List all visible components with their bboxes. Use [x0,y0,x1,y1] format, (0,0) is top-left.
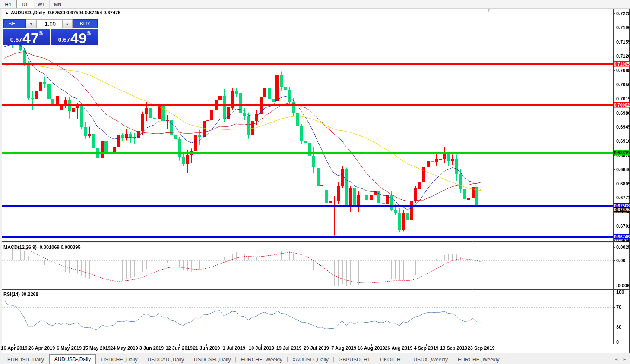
price-axis-tick-label: 0.71200 [616,53,630,59]
bid-price-tag: 0.67475 [614,207,630,213]
rsi-axis-label: 70 [616,304,621,310]
collapse-triangle-icon[interactable]: ▲ [5,11,9,15]
date-axis-label: 26 Apr 2019 [28,345,55,351]
date-axis-label: 7 Aug 2019 [331,345,356,351]
date-axis-label: 15 May 2019 [83,345,111,351]
price-axis-tick-label: 0.69450 [616,124,630,129]
date-axis-label: 16 Apr 2019 [1,345,27,351]
chart-tab-gbpusd-h1[interactable]: GBPUSD-,H1 [334,355,375,364]
rsi-value: 39.2268 [21,292,38,297]
price-axis-tick-label: 0.70850 [616,68,630,73]
price-axis-tick-label: 0.69100 [616,138,630,144]
volume-increase-button[interactable]: ▲ [62,19,73,28]
chart-tab-usdx-weekly[interactable]: USDX-,Weekly [408,355,453,364]
price-level-tag: 0.70002 [614,102,630,107]
trading-platform-window: H4D1W1MN ▲AUDUSD-,Daily 0.67530 0.67594 … [0,0,630,364]
chart-tab-usdcad-daily[interactable]: USDCAD-,Daily [142,355,189,364]
date-axis-label: 13 Sep 2019 [440,345,467,351]
sell-price-panel[interactable]: 0.67 47 5 [3,29,50,45]
buy-price-pip: 5 [87,29,91,37]
date-axis-label: 12 Jun 2019 [165,345,192,351]
chart-symbol-label: AUDUSD-,Daily [11,10,45,15]
price-axis-tick-label: 0.70500 [616,82,630,87]
buy-button[interactable]: BUY [73,19,98,28]
rsi-indicator-label: RSI(14) 39.2268 [3,292,38,297]
chart-tab-xauusd-daily[interactable]: XAUUSD-,Daily [288,355,333,364]
date-axis-label: 6 May 2019 [57,345,82,351]
macd-axis-zero-label: 0.00 [616,258,625,263]
tab-scroll-arrows-icon[interactable]: ◄ ► [614,357,628,361]
price-level-tag: 0.66746 [614,234,630,239]
chart-tab-eurusd-daily[interactable]: EURUSD-,Daily [3,355,49,364]
volume-input[interactable]: 1.00 [36,19,62,28]
sell-price-big: 47 [22,31,39,44]
buy-price-big: 49 [70,31,87,44]
price-axis-tick-label: 0.68400 [616,167,630,172]
timeframe-toolbar: H4D1W1MN [0,0,630,9]
price-axis-tick-label: 0.67710 [616,195,630,200]
date-axis-label: 29 Jul 2019 [304,345,329,351]
chart-title: ▲AUDUSD-,Daily 0.67530 0.67594 0.67454 0… [5,10,120,15]
buy-price-panel[interactable]: 0.67 49 5 [51,29,98,45]
one-click-trading-panel: SELL ▼ 1.00 ▲ BUY 0.67 47 5 0.67 49 5 [3,19,98,45]
price-axis-tick-label: 0.69800 [616,110,630,116]
date-axis-label: 19 Jul 2019 [276,345,302,351]
chart-tab-eurchf-weekly[interactable]: EURCHF-,Weekly [453,355,504,364]
date-axis-label: 24 May 2019 [110,345,138,351]
rsi-axis-label: 100 [616,289,624,295]
price-level-tag: 0.71005 [614,61,630,67]
chart-tab-eurchf-weekly[interactable]: EURCHF-,Weekly [236,355,287,364]
timeframe-button-h4[interactable]: H4 [0,0,16,8]
macd-axis-max-label: 0.002574 [616,245,630,250]
chart-ohlc-values: 0.67530 0.67594 0.67454 0.67475 [48,10,120,15]
macd-axis-min-label: -0.006326 [616,283,630,288]
price-axis-tick-label: 0.71900 [616,25,630,30]
date-axis-label: 1 Jul 2019 [223,345,246,351]
price-axis-tick-label: 0.68050 [616,181,630,186]
chart-tab-audusd-daily[interactable]: AUDUSD-,Daily [49,354,96,364]
date-axis-label: 3 Jun 2019 [139,345,164,351]
macd-values: -0.001069 0.000395 [38,245,80,250]
symbol-tab-bar: EURUSD-,DailyAUDUSD-,DailyUSDCHF-,DailyU… [0,355,630,364]
timeframe-button-mn[interactable]: MN [50,0,66,8]
sell-price-prefix: 0.67 [10,36,22,43]
rsi-axis-label: 30 [616,324,621,329]
timeframe-button-d1[interactable]: D1 [16,0,33,8]
date-axis-label: 23 Sep 2019 [468,345,495,351]
sell-price-pip: 5 [39,29,43,37]
price-level-tag: 0.68819 [614,150,630,155]
date-axis-label: 10 Jul 2019 [249,345,274,351]
rsi-axis-label: 0 [616,339,619,345]
price-axis-tick-label: 0.72250 [616,11,630,16]
timeframe-button-w1[interactable]: W1 [33,0,50,8]
buy-price-prefix: 0.67 [58,36,70,43]
date-axis-label: 21 Jun 2019 [193,345,220,351]
chart-tab-usdchf-daily[interactable]: USDCHF-,Daily [96,355,142,364]
macd-indicator-label: MACD(12,26,9) -0.001069 0.000395 [3,245,81,250]
date-axis-label: 26 Aug 2019 [385,345,412,351]
date-axis-label: 4 Sep 2019 [414,345,439,351]
price-axis-tick-label: 0.70150 [616,96,630,101]
chart-tab-ukoil-h1[interactable]: UKOil-,H1 [375,355,408,364]
price-axis-tick-label: 0.67010 [616,223,630,229]
chart-canvas[interactable] [0,0,630,364]
chart-shift-marker-icon[interactable]: ▼ [487,8,491,13]
volume-decrease-button[interactable]: ▼ [26,19,36,28]
chart-tab-usdcnh-daily[interactable]: USDCNH-,Daily [189,355,235,364]
price-axis-tick-label: 0.71550 [616,39,630,44]
date-axis-label: 16 Aug 2019 [358,345,385,351]
sell-button[interactable]: SELL [3,19,26,28]
